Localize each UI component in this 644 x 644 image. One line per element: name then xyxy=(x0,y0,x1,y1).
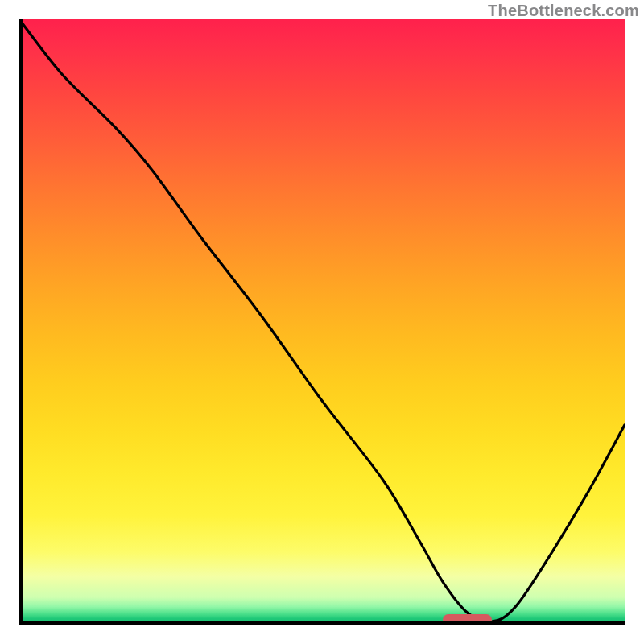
plot-area xyxy=(19,19,625,625)
bottleneck-curve xyxy=(19,19,625,621)
optimal-marker xyxy=(443,614,491,625)
watermark-text: TheBottleneck.com xyxy=(488,2,639,20)
curve-layer xyxy=(19,19,625,625)
bottleneck-chart: TheBottleneck.com xyxy=(0,0,644,644)
